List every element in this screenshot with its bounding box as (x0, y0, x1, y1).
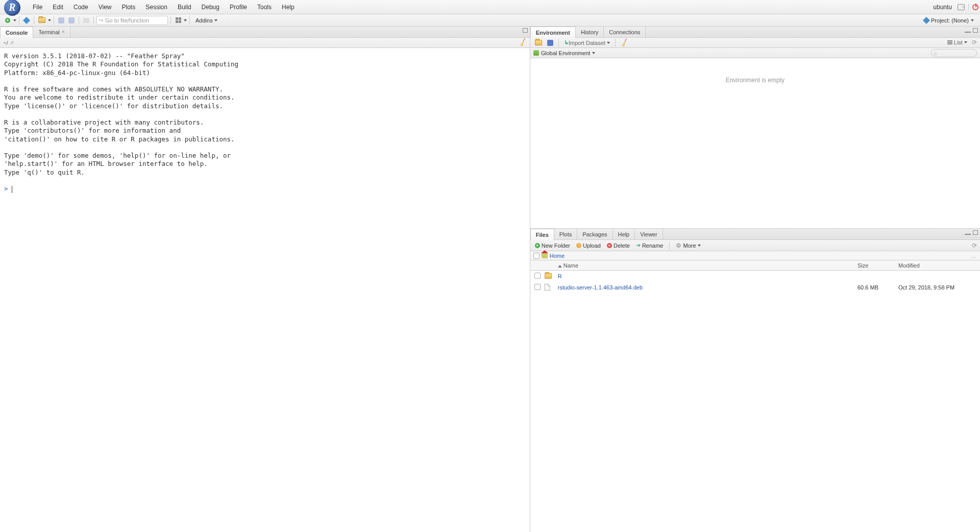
file-name[interactable]: R (558, 273, 562, 279)
files-maximize-icon[interactable] (973, 230, 978, 235)
files-tabs: Files Plots Packages Help Viewer (530, 229, 980, 240)
console-goto-dir-icon[interactable]: ⇗ (10, 40, 14, 45)
menu-build[interactable]: Build (173, 0, 197, 14)
file-name[interactable]: rstudio-server-1.1.463-amd64.deb (558, 284, 643, 291)
env-load-button[interactable] (533, 38, 544, 47)
console-maximize-icon[interactable] (523, 28, 528, 33)
tab-connections[interactable]: Connections (604, 27, 646, 37)
menu-tools[interactable]: Tools (252, 0, 277, 14)
tab-terminal-close[interactable]: × (62, 29, 65, 35)
right-column: Environment History Connections ↳ Import… (530, 27, 980, 532)
menu-help[interactable]: Help (277, 0, 300, 14)
tab-viewer[interactable]: Viewer (635, 229, 663, 239)
menu-debug[interactable]: Debug (197, 0, 225, 14)
import-label: Import Dataset (569, 40, 605, 46)
rename-label: Rename (642, 243, 664, 249)
console-path-bar: ~/ ⇗ 🧹 (0, 38, 530, 48)
menu-view[interactable]: View (93, 0, 117, 14)
rename-icon: ➔ (636, 242, 641, 249)
tab-help-pane[interactable]: Help (613, 229, 635, 239)
open-file-button[interactable] (37, 16, 47, 25)
r-logo: R (4, 0, 20, 16)
save-all-button[interactable] (67, 16, 76, 25)
env-scope-caret[interactable] (592, 52, 595, 54)
addins-menu[interactable]: Addins (192, 17, 220, 23)
print-button[interactable] (82, 16, 91, 25)
env-refresh-icon[interactable]: ⟳ (972, 39, 977, 46)
console-prompt: > (4, 185, 8, 192)
project-label: Project: (None) (931, 17, 969, 23)
menu-plots[interactable]: Plots (117, 0, 141, 14)
upload-button[interactable]: ↑ Upload (575, 241, 602, 250)
open-recent-caret[interactable] (48, 19, 51, 21)
tab-terminal-label: Terminal (38, 29, 60, 35)
more-caret (698, 245, 701, 247)
col-name-header[interactable]: Name (556, 262, 857, 269)
tab-console[interactable]: Console (0, 27, 33, 38)
menubar: R File Edit Code View Plots Session Buil… (0, 0, 980, 14)
addins-caret (214, 19, 217, 21)
env-save-button[interactable] (546, 38, 555, 47)
files-toolbar: + New Folder ↑ Upload × Delete ➔ Rename … (530, 240, 980, 251)
tab-files[interactable]: Files (530, 229, 554, 240)
more-button[interactable]: ⚙ More (674, 241, 702, 250)
env-minimize-icon[interactable] (965, 31, 971, 33)
save-all-icon (68, 17, 75, 23)
menu-session[interactable]: Session (140, 0, 173, 14)
open-icon (535, 40, 542, 45)
power-icon (972, 4, 978, 10)
env-scope-label[interactable]: Global Environment (541, 50, 591, 56)
home-icon[interactable] (542, 253, 548, 258)
delete-label: Delete (614, 243, 630, 249)
file-row[interactable]: R (530, 271, 980, 282)
env-maximize-icon[interactable] (973, 28, 978, 33)
menu-profile[interactable]: Profile (225, 0, 252, 14)
new-file-caret[interactable] (13, 19, 16, 21)
signout-button[interactable] (956, 3, 966, 12)
user-label: ubuntu (929, 4, 956, 11)
files-refresh-icon[interactable]: ⟳ (972, 242, 977, 249)
console-output[interactable]: R version 3.5.1 (2018-07-02) -- "Feather… (0, 48, 530, 532)
pane-layout-caret[interactable] (184, 19, 187, 21)
env-tabs: Environment History Connections (530, 27, 980, 38)
rename-button[interactable]: ➔ Rename (634, 241, 665, 250)
console-tabs: Console Terminal × (0, 27, 530, 38)
env-view-mode[interactable]: List ⟳ (947, 39, 977, 46)
breadcrumb-home[interactable]: Home (550, 253, 565, 259)
list-icon (947, 40, 952, 44)
delete-button[interactable]: × Delete (605, 241, 631, 250)
files-path-menu[interactable]: … (971, 253, 977, 259)
gear-icon: ⚙ (676, 242, 681, 249)
tab-packages[interactable]: Packages (577, 229, 612, 239)
col-modified-header[interactable]: Modified (898, 262, 980, 269)
tab-history[interactable]: History (576, 27, 604, 37)
files-minimize-icon[interactable] (965, 233, 971, 235)
menu-file[interactable]: File (28, 0, 47, 14)
print-icon (83, 18, 89, 23)
new-file-button[interactable]: + (3, 16, 12, 25)
goto-arrow-icon: ↪ (99, 17, 103, 23)
env-search-input[interactable]: ⌕ (931, 49, 977, 57)
env-empty-message: Environment is empty (530, 58, 980, 228)
pane-layout-button[interactable] (174, 16, 183, 25)
new-folder-button[interactable]: + New Folder (533, 241, 572, 250)
project-caret (971, 19, 974, 21)
save-button[interactable] (57, 16, 66, 25)
goto-file-input[interactable]: ↪ Go to file/function (96, 16, 168, 25)
file-row[interactable]: rstudio-server-1.1.463-amd64.deb 60.6 MB… (530, 282, 980, 293)
env-clear-button[interactable]: 🧹 (619, 38, 630, 47)
tab-environment[interactable]: Environment (530, 27, 576, 38)
quit-session-button[interactable] (971, 3, 980, 12)
console-clear-button[interactable]: 🧹 (519, 39, 527, 46)
col-size-header[interactable]: Size (857, 262, 898, 269)
menu-edit[interactable]: Edit (47, 0, 68, 14)
row-checkbox[interactable] (534, 273, 541, 279)
tab-plots-pane[interactable]: Plots (554, 229, 577, 239)
menu-code[interactable]: Code (68, 0, 93, 14)
new-project-button[interactable] (22, 16, 31, 25)
project-menu[interactable]: Project: (None) (924, 17, 977, 23)
env-import-button[interactable]: ↳ Import Dataset (562, 38, 611, 47)
tab-terminal[interactable]: Terminal × (33, 27, 70, 37)
row-checkbox[interactable] (534, 284, 541, 290)
select-all-checkbox[interactable] (533, 253, 540, 259)
